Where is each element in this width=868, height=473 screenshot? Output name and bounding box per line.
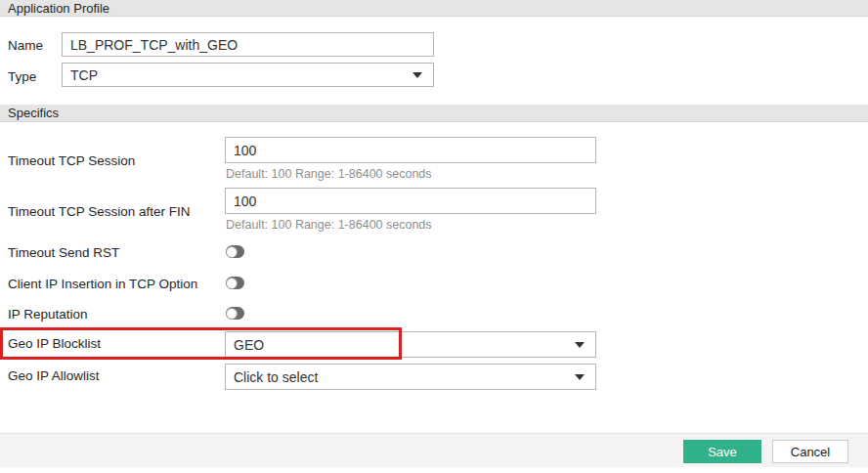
timeout-tcp-session-hint: Default: 100 Range: 1-86400 seconds — [226, 167, 432, 181]
geo-ip-allowlist-value: Click to select — [234, 369, 575, 385]
type-dropdown[interactable]: TCP — [62, 63, 434, 87]
ip-reputation-label: IP Reputation — [8, 307, 88, 322]
type-dropdown-value: TCP — [70, 67, 412, 83]
geo-ip-blocklist-value: GEO — [234, 337, 575, 353]
geo-ip-blocklist-label: Geo IP Blocklist — [8, 336, 101, 351]
timeout-tcp-fin-label: Timeout TCP Session after FIN — [8, 204, 191, 219]
application-profile-form: Application Profile Name Type TCP Specif… — [0, 0, 868, 473]
chevron-down-icon — [412, 72, 422, 78]
toggle-knob — [226, 278, 238, 289]
name-input[interactable] — [62, 32, 434, 57]
ip-reputation-toggle[interactable] — [226, 307, 244, 320]
client-ip-insertion-toggle[interactable] — [226, 277, 244, 289]
timeout-tcp-session-input[interactable] — [225, 137, 596, 163]
geo-ip-allowlist-dropdown[interactable]: Click to select — [225, 364, 596, 390]
toggle-knob — [226, 246, 238, 258]
chevron-down-icon — [575, 342, 585, 348]
timeout-tcp-fin-input[interactable] — [225, 188, 596, 214]
cancel-button[interactable]: Cancel — [772, 440, 848, 463]
page-title-label: Application Profile — [8, 1, 109, 16]
type-label: Type — [8, 69, 36, 84]
specifics-section-title: Specifics — [0, 105, 868, 122]
client-ip-insertion-label: Client IP Insertion in TCP Option — [8, 277, 197, 291]
geo-ip-allowlist-label: Geo IP Allowlist — [8, 368, 100, 383]
timeout-send-rst-label: Timeout Send RST — [8, 245, 119, 260]
timeout-tcp-fin-hint: Default: 100 Range: 1-86400 seconds — [226, 218, 432, 232]
timeout-tcp-session-label: Timeout TCP Session — [8, 153, 135, 168]
specifics-title-label: Specifics — [8, 106, 59, 120]
geo-ip-blocklist-dropdown[interactable]: GEO — [225, 331, 596, 358]
timeout-send-rst-toggle[interactable] — [226, 245, 244, 258]
save-button[interactable]: Save — [683, 440, 761, 463]
name-label: Name — [8, 38, 43, 53]
toggle-knob — [226, 308, 238, 320]
page-title: Application Profile — [0, 0, 868, 17]
chevron-down-icon — [575, 374, 585, 380]
